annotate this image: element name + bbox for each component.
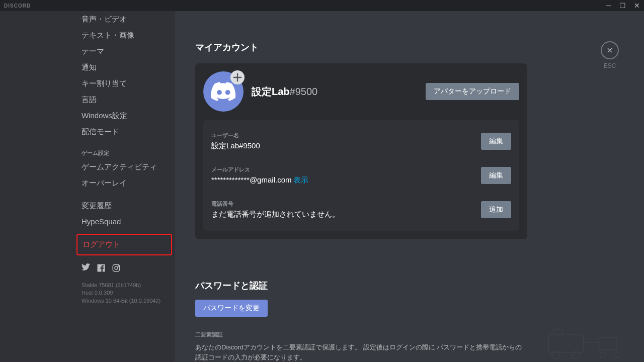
field-label-username: ユーザー名 [211, 132, 481, 139]
sidebar-item-label: 音声・ビデオ [82, 15, 127, 23]
svg-rect-6 [553, 330, 562, 335]
svg-point-9 [613, 352, 619, 358]
window-close-icon[interactable]: ✕ [634, 2, 640, 9]
field-label-email: メールアドレス [211, 166, 481, 173]
field-value-phone: まだ電話番号が追加されていません。 [211, 210, 481, 219]
settings-sidebar: 音声・ビデオ テキスト・画像 テーマ 通知 キー割り当て 言語 Windows設… [0, 11, 175, 362]
svg-point-1 [115, 266, 118, 269]
sidebar-item-voice-video[interactable]: 音声・ビデオ [76, 12, 172, 27]
twofa-label: 二要素認証 [195, 331, 527, 338]
sidebar-item-notifications[interactable]: 通知 [76, 60, 172, 75]
sidebar-header-game: ゲーム設定 [76, 140, 172, 159]
svg-rect-3 [548, 335, 584, 352]
sidebar-item-hypesquad[interactable]: HypeSquad [76, 214, 172, 229]
sidebar-item-label: 通知 [82, 63, 97, 71]
discriminator: #9500 [290, 86, 318, 97]
sidebar-item-label: ログアウト [83, 240, 120, 248]
sidebar-item-language[interactable]: 言語 [76, 92, 172, 108]
build-info: Stable 75681 (2b1749b) Host 0.0.309 Wind… [76, 281, 172, 306]
sidebar-item-label: Windows設定 [82, 111, 127, 120]
instagram-icon[interactable] [112, 263, 121, 275]
info-line: Stable 75681 (2b1749b) [82, 282, 167, 289]
sidebar-item-label: ゲームアクティビティ [82, 162, 157, 171]
page-title: マイアカウント [195, 41, 624, 53]
sidebar-item-changelog[interactable]: 変更履歴 [76, 198, 172, 214]
svg-rect-8 [599, 337, 616, 350]
sidebar-item-windows[interactable]: Windows設定 [76, 108, 172, 124]
field-value-email: *************@gmail.com [211, 175, 291, 184]
reveal-email-link[interactable]: 表示 [293, 175, 308, 184]
app-logo: DISCORD [4, 3, 31, 9]
account-card: 設定Lab#9500 アバターをアップロード ユーザー名 設定Lab#9500 … [195, 63, 527, 239]
window-minimize-icon[interactable]: ─ [606, 2, 611, 9]
sidebar-item-label: 変更履歴 [82, 201, 112, 210]
upload-avatar-button[interactable]: アバターをアップロード [426, 83, 519, 100]
info-line: Windows 10 64-Bit (10.0.19042) [82, 297, 167, 305]
field-label-phone: 電話番号 [211, 200, 481, 208]
field-value-username: 設定Lab#9500 [211, 141, 481, 151]
sidebar-item-label: テーマ [82, 47, 104, 55]
content-region: ESC マイアカウント 設定Lab#9500 アバターをアップロード [175, 11, 644, 362]
sidebar-item-label: HypeSquad [82, 217, 121, 226]
password-section-title: パスワードと認証 [195, 280, 527, 292]
wumpus-illustration [538, 325, 629, 362]
close-settings[interactable]: ESC [601, 41, 619, 69]
svg-point-10 [600, 352, 606, 358]
sidebar-item-appearance[interactable]: テーマ [76, 44, 172, 59]
sidebar-item-keybinds[interactable]: キー割り当て [76, 76, 172, 92]
sidebar-item-text-images[interactable]: テキスト・画像 [76, 28, 172, 43]
close-icon[interactable] [601, 41, 619, 59]
sidebar-item-label: キー割り当て [82, 79, 127, 87]
sidebar-item-label: オーバーレイ [82, 178, 127, 187]
avatar[interactable] [203, 71, 244, 112]
upload-badge-icon[interactable] [230, 70, 245, 84]
sidebar-item-label: 言語 [82, 95, 97, 104]
username-display: 設定Lab [252, 86, 290, 97]
twofa-description: あなたのDiscordアカウントを二要素認証で保護します。 設定後はログインの際… [195, 342, 527, 362]
titlebar: DISCORD ─ ☐ ✕ [0, 0, 644, 11]
sidebar-item-label: 配信モード [82, 127, 119, 136]
change-password-button[interactable]: パスワードを変更 [195, 300, 268, 317]
sidebar-item-streamer-mode[interactable]: 配信モード [76, 124, 172, 140]
edit-username-button[interactable]: 編集 [481, 133, 511, 150]
sidebar-item-game-activity[interactable]: ゲームアクティビティ [76, 159, 172, 175]
svg-point-2 [118, 265, 119, 266]
edit-email-button[interactable]: 編集 [481, 167, 511, 184]
add-phone-button[interactable]: 追加 [481, 201, 511, 218]
facebook-icon[interactable] [97, 263, 106, 275]
info-line: Host 0.0.309 [82, 289, 167, 297]
sidebar-item-logout[interactable]: ログアウト [76, 234, 172, 255]
twitter-icon[interactable] [82, 263, 91, 275]
esc-label: ESC [601, 62, 619, 69]
sidebar-item-overlay[interactable]: オーバーレイ [76, 175, 172, 191]
window-maximize-icon[interactable]: ☐ [619, 2, 626, 9]
sidebar-item-label: テキスト・画像 [82, 31, 134, 39]
